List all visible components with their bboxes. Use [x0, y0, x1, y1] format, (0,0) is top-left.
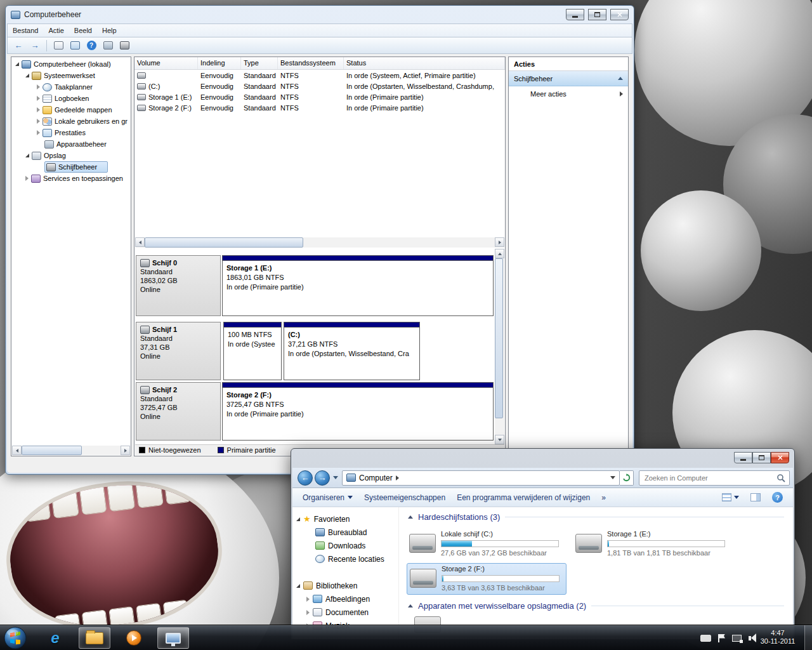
collapsed-icon[interactable] — [306, 597, 310, 602]
maximize-button[interactable] — [588, 9, 606, 20]
volume-row[interactable]: Eenvoudig Standaard NTFS In orde (Systee… — [134, 70, 505, 81]
maximize-button[interactable] — [752, 452, 771, 463]
system-properties-button[interactable]: Systeemeigenschappen — [364, 493, 445, 502]
disk-0-header[interactable]: Schijf 0 Standaard 1863,02 GB Online — [136, 255, 221, 316]
drive-item-e[interactable]: Storage 1 (E:) 1,81 TB van 1,81 TB besch… — [573, 529, 733, 560]
taskbar-explorer-button[interactable] — [79, 627, 110, 649]
preview-pane-button[interactable] — [750, 493, 761, 501]
volume-row[interactable]: Storage 2 (F:) Eenvoudig Standaard NTFS … — [134, 102, 505, 113]
volume-list-horizontal-scrollbar[interactable] — [135, 237, 504, 248]
scroll-right-icon[interactable] — [121, 446, 130, 455]
taskbar-clock[interactable]: 4:47 30-11-2011 — [757, 629, 798, 646]
disk-1-header[interactable]: Schijf 1 Standaard 37,31 GB Online — [136, 322, 221, 380]
actions-disk-management-section[interactable]: Schijfbeheer — [509, 71, 628, 86]
scrollbar-thumb[interactable] — [145, 237, 303, 248]
expanded-icon[interactable] — [25, 74, 29, 77]
drive-item-f-selected[interactable]: Storage 2 (F:) 3,63 TB van 3,63 TB besch… — [407, 563, 566, 595]
tree-item-event-viewer[interactable]: Logboeken — [13, 93, 131, 104]
group-collapse-icon[interactable] — [408, 515, 413, 519]
uninstall-program-button[interactable]: Een programma verwijderen of wijzigen — [457, 493, 590, 502]
action-center-flag-icon[interactable] — [718, 633, 725, 643]
search-icon[interactable] — [776, 474, 785, 482]
sidebar-item-favorites[interactable]: ★ Favorieten — [296, 512, 398, 526]
scroll-up-icon[interactable] — [495, 249, 504, 258]
column-volume[interactable]: Volume — [134, 57, 198, 69]
volume-row[interactable]: (C:) Eenvoudig Standaard NTFS In orde (O… — [134, 81, 505, 91]
sidebar-item-recent-places[interactable]: Recente locaties — [296, 552, 398, 566]
breadcrumb-arrow-icon[interactable] — [396, 475, 399, 481]
show-desktop-button[interactable] — [804, 625, 812, 650]
disk-2-header[interactable]: Schijf 2 Standaard 3725,47 GB Online — [136, 382, 221, 441]
collapsed-icon[interactable] — [37, 96, 40, 101]
window-icon[interactable] — [68, 39, 82, 53]
column-indeling[interactable]: Indeling — [198, 57, 241, 69]
partition-storage1[interactable]: Storage 1 (E:) 1863,01 GB NTFS In orde (… — [222, 255, 494, 316]
sidebar-item-desktop[interactable]: Bureaublad — [296, 526, 398, 539]
disk-view-vertical-scrollbar[interactable] — [495, 249, 504, 444]
column-status[interactable]: Status — [344, 57, 505, 69]
partition-c[interactable]: (C:) 37,21 GB NTFS In orde (Opstarten, W… — [284, 322, 420, 380]
tree-item-system-tools[interactable]: Systeemwerkset — [13, 70, 131, 81]
minimize-button[interactable] — [566, 9, 584, 20]
forward-button[interactable]: → — [315, 470, 330, 486]
tree-item-local-users-groups[interactable]: Lokale gebruikers en gr — [13, 116, 131, 127]
scrollbar-thumb[interactable] — [495, 258, 503, 418]
drive-item-c[interactable]: Lokale schijf (C:) 27,6 GB van 37,2 GB b… — [407, 529, 566, 560]
tree-item-storage[interactable]: Opslag — [13, 150, 131, 161]
export-icon[interactable] — [51, 39, 65, 53]
start-button[interactable] — [4, 627, 27, 649]
breadcrumb-computer[interactable]: Computer — [359, 474, 393, 482]
collapsed-icon[interactable] — [37, 84, 40, 90]
expanded-icon[interactable] — [15, 62, 19, 66]
help-button[interactable]: ? — [772, 492, 783, 503]
sidebar-item-pictures[interactable]: Afbeeldingen — [296, 592, 398, 606]
partition-system-reserved[interactable]: 100 MB NTFS In orde (Systee — [223, 322, 282, 380]
console-icon[interactable] — [117, 39, 131, 53]
close-button[interactable]: x — [610, 9, 629, 20]
collapsed-icon[interactable] — [37, 130, 40, 135]
tree-item-device-manager[interactable]: Apparaatbeheer — [13, 138, 131, 150]
tree-item-computer-management[interactable]: Computerbeheer (lokaal) — [13, 58, 131, 70]
tree-item-disk-management[interactable]: Schijfbeheer — [44, 161, 108, 173]
search-box[interactable] — [639, 470, 790, 486]
expanded-icon[interactable] — [25, 154, 29, 157]
minimize-button[interactable] — [734, 452, 752, 463]
keyboard-icon[interactable] — [700, 633, 711, 643]
scrollbar-thumb[interactable] — [22, 446, 82, 455]
column-type[interactable]: Type — [241, 57, 278, 69]
expanded-icon[interactable] — [296, 584, 300, 588]
column-bestandssysteem[interactable]: Bestandssysteem — [278, 57, 344, 69]
taskbar-computer-management-button[interactable] — [157, 627, 189, 649]
collapsed-icon[interactable] — [37, 119, 40, 124]
menu-beeld[interactable]: Beeld — [69, 25, 97, 36]
tree-item-services-applications[interactable]: Services en toepassingen — [13, 173, 131, 184]
group-header-removable-media[interactable]: Apparaten met verwisselbare opslagmedia … — [408, 601, 784, 611]
change-view-button[interactable] — [722, 493, 739, 501]
help-icon[interactable]: ? — [84, 39, 98, 53]
sidebar-item-downloads[interactable]: Downloads — [296, 539, 398, 552]
scroll-right-icon[interactable] — [495, 237, 504, 247]
back-button[interactable]: ← — [298, 470, 313, 486]
tree-item-shared-folders[interactable]: Gedeelde mappen — [13, 104, 131, 116]
title-bar[interactable]: Computerbeheer x — [6, 6, 634, 23]
partition-storage2[interactable]: Storage 2 (F:) 3725,47 GB NTFS In orde (… — [222, 382, 494, 441]
address-bar[interactable]: Computer — [342, 470, 620, 486]
group-collapse-icon[interactable] — [408, 604, 413, 607]
collapse-icon[interactable] — [618, 77, 623, 80]
collapsed-icon[interactable] — [25, 176, 29, 181]
sidebar-item-libraries[interactable]: Bibliotheken — [296, 579, 398, 592]
network-icon[interactable] — [732, 633, 742, 643]
sidebar-item-documents[interactable]: Documenten — [296, 606, 398, 619]
back-icon[interactable]: ← — [11, 39, 25, 53]
tree-horizontal-scrollbar[interactable] — [12, 446, 130, 455]
scroll-left-icon[interactable] — [135, 237, 145, 247]
group-header-harddisks[interactable]: Hardeschijfstations (3) — [408, 512, 784, 522]
tree-item-performance[interactable]: Prestaties — [13, 127, 131, 138]
menu-bestand[interactable]: Bestand — [8, 25, 43, 36]
close-button[interactable] — [771, 452, 789, 463]
organize-button[interactable]: Organiseren — [303, 493, 353, 502]
scroll-down-icon[interactable] — [495, 435, 504, 444]
forward-icon[interactable]: → — [28, 39, 42, 53]
expanded-icon[interactable] — [296, 517, 300, 521]
address-dropdown-icon[interactable] — [610, 476, 615, 479]
